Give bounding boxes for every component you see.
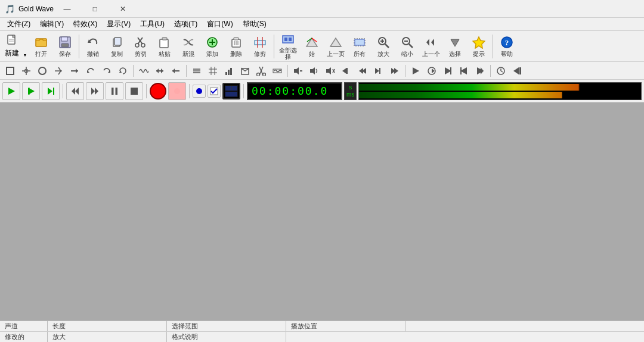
open-button[interactable]: 打开 — [30, 33, 52, 60]
new-mix-icon — [181, 35, 196, 49]
prompt-label: 提示 — [473, 51, 485, 57]
pause-button[interactable] — [106, 82, 123, 100]
undo-wave-btn[interactable] — [83, 64, 98, 78]
play-selection-button[interactable] — [22, 82, 40, 100]
ff2-btn[interactable] — [387, 64, 402, 78]
svg-rect-3 — [36, 39, 47, 46]
select-all-icon — [281, 33, 295, 46]
loop-btn[interactable] — [424, 64, 439, 78]
zoom-out-icon — [400, 35, 414, 49]
menu-file[interactable]: 文件(Z) — [2, 18, 35, 30]
play-button[interactable] — [2, 82, 20, 100]
wave2-btn[interactable] — [270, 64, 285, 78]
add-button[interactable]: 添加 — [201, 33, 224, 60]
status-selection: 选择范围 — [167, 321, 286, 331]
svg-marker-111 — [8, 88, 15, 95]
check-button[interactable] — [208, 85, 221, 98]
cut-label: 剪切 — [135, 51, 147, 57]
time-unit-top: s — [349, 84, 352, 91]
delete-icon — [229, 35, 243, 49]
select-rect-btn[interactable] — [2, 64, 18, 78]
mute-btn[interactable] — [323, 64, 338, 78]
rewind-button[interactable] — [66, 82, 84, 100]
paste-button[interactable]: 粘贴 — [153, 33, 176, 60]
bars-btn[interactable] — [221, 64, 237, 78]
help-button[interactable]: ? 帮助 — [496, 33, 518, 60]
select-all-label: 全部选择 — [277, 47, 299, 60]
play-to-end-button[interactable] — [42, 82, 60, 100]
cue-btn[interactable] — [472, 64, 488, 78]
menu-help[interactable]: 帮助(S) — [238, 18, 271, 30]
effects-toolbar — [0, 62, 644, 80]
marker2-btn[interactable] — [456, 64, 472, 78]
status-format: 格式说明 — [167, 332, 286, 342]
prev2-btn[interactable] — [355, 64, 370, 78]
svg-rect-29 — [289, 38, 292, 41]
new-mix-button[interactable]: 新混 — [177, 33, 200, 60]
menu-options[interactable]: 选项(T) — [169, 18, 202, 30]
redo-wave-btn[interactable] — [99, 64, 114, 78]
menu-view[interactable]: 显示(V) — [102, 18, 135, 30]
prompt-icon — [472, 35, 486, 49]
play2-btn[interactable] — [408, 64, 423, 78]
copy-button[interactable]: 复制 — [106, 33, 128, 60]
volume-up-btn[interactable] — [306, 64, 322, 78]
prev-sel-button[interactable]: 上一个 — [420, 33, 442, 60]
new-dropdown[interactable]: ▼ — [21, 33, 29, 60]
delete-button[interactable]: 删除 — [225, 33, 247, 60]
copy-icon — [110, 35, 124, 49]
marker-btn[interactable] — [440, 64, 456, 78]
new-button-group[interactable]: 新建 ▼ — [2, 33, 29, 60]
undo-button[interactable]: 撤销 — [82, 33, 104, 60]
fast-forward-button[interactable] — [86, 82, 104, 100]
prompt-button[interactable]: 提示 — [467, 33, 490, 60]
circle-btn[interactable] — [35, 64, 50, 78]
envelope-btn[interactable] — [237, 64, 253, 78]
menu-edit[interactable]: 编辑(Y) — [35, 18, 69, 30]
time-value: 00:00:00.0 — [252, 85, 328, 97]
rewind2-btn[interactable] — [339, 64, 354, 78]
statusbar: 声道 长度 选择范围 播放位置 修改的 放大 格式说明 — [0, 321, 644, 342]
close-button[interactable]: ✕ — [110, 0, 137, 18]
clock-btn[interactable] — [493, 64, 509, 78]
trim2-btn[interactable] — [253, 64, 269, 78]
arrow-right-btn[interactable] — [67, 64, 82, 78]
wave-btn[interactable] — [136, 64, 151, 78]
zoom-in-button[interactable]: 放大 — [372, 33, 395, 60]
lines-btn[interactable] — [189, 64, 205, 78]
select-all-button[interactable]: 全部选择 — [277, 33, 299, 60]
layout-button[interactable] — [222, 83, 240, 100]
crosshair-btn[interactable] — [18, 64, 34, 78]
svg-marker-46 — [473, 37, 485, 48]
menu-effects[interactable]: 特效(X) — [69, 18, 102, 30]
snap-btn[interactable] — [51, 64, 66, 78]
grid-btn[interactable] — [205, 64, 221, 78]
trim-icon — [253, 35, 267, 49]
zoom-out-button[interactable]: 缩小 — [396, 33, 419, 60]
rotate-btn[interactable] — [115, 64, 131, 78]
svg-rect-6 — [61, 43, 69, 47]
trim-button[interactable]: 修剪 — [249, 33, 271, 60]
ctrl-pink-button[interactable] — [168, 82, 186, 100]
arrow-lr-btn[interactable] — [152, 64, 168, 78]
select-button[interactable]: 选择 — [444, 33, 466, 60]
end-btn[interactable] — [509, 64, 525, 78]
record-button[interactable] — [150, 83, 166, 100]
cut-button[interactable]: 剪切 — [129, 33, 152, 60]
next2-btn[interactable] — [371, 64, 386, 78]
maximize-button[interactable]: □ — [82, 0, 109, 18]
prev-button[interactable]: 上一页 — [324, 33, 347, 60]
statusbar-row1: 声道 长度 选择范围 播放位置 — [0, 321, 644, 332]
all-button[interactable]: 所有 — [348, 33, 371, 60]
minimize-button[interactable]: — — [54, 0, 80, 18]
menu-tools[interactable]: 工具(U) — [135, 18, 169, 30]
start-button[interactable]: 始 — [301, 33, 323, 60]
save-button[interactable]: 保存 — [54, 33, 76, 60]
volume-down-btn[interactable] — [290, 64, 306, 78]
open-icon — [34, 35, 48, 49]
stop-button[interactable] — [125, 82, 143, 100]
arrow-left-btn[interactable] — [168, 64, 184, 78]
new-main[interactable]: 新建 — [2, 33, 21, 60]
menu-window[interactable]: 窗口(W) — [202, 18, 237, 30]
dot-blue-button[interactable] — [193, 85, 206, 98]
